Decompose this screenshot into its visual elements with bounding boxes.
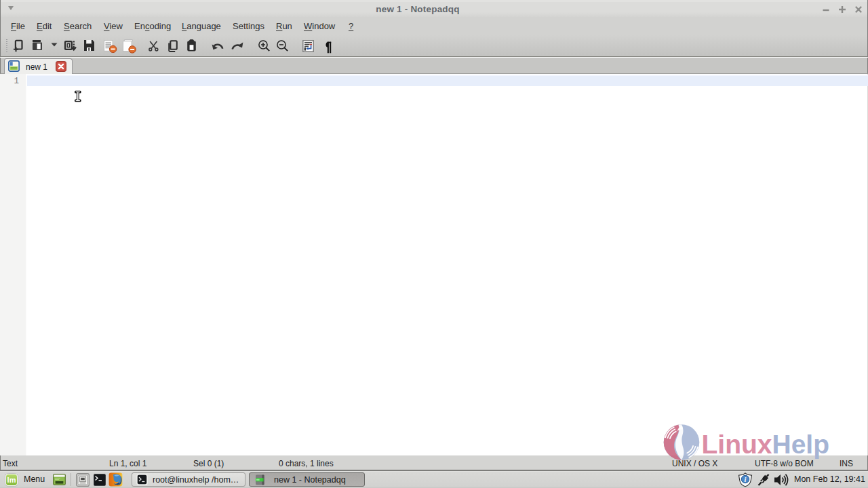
svg-text:LinuxHelp: LinuxHelp	[702, 430, 830, 459]
svg-text:i: i	[745, 476, 747, 483]
svg-text:lm: lm	[7, 476, 16, 484]
